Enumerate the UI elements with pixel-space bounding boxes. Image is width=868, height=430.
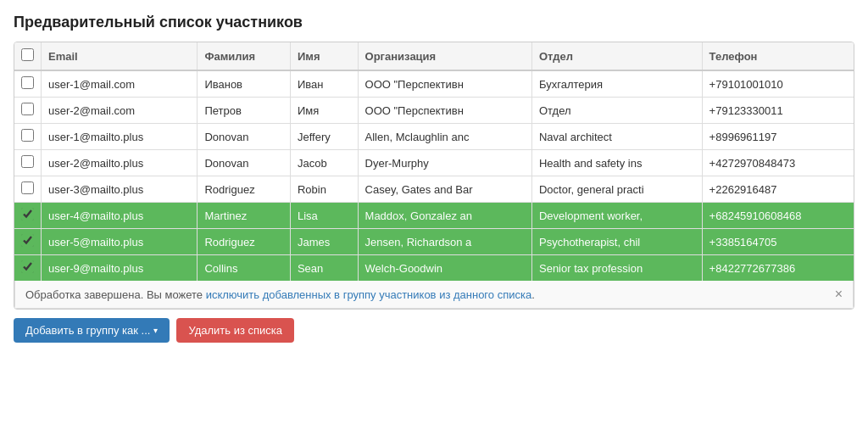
header-checkbox-col <box>14 42 42 70</box>
notification-close-button[interactable]: × <box>835 288 843 301</box>
row-email: user-4@mailto.plus <box>42 203 198 229</box>
row-checkbox-cell <box>14 150 42 176</box>
dropdown-caret-icon: ▾ <box>153 326 158 335</box>
row-last_name: Donovan <box>198 124 291 150</box>
header-first-name: Имя <box>290 42 358 70</box>
row-checkbox-cell <box>14 255 42 282</box>
table-body: user-1@mail.comИвановИванООО "Перспектив… <box>14 70 854 281</box>
select-all-checkbox[interactable] <box>21 48 34 61</box>
notification-bar: Обработка завершена. Вы можете исключить… <box>14 281 854 309</box>
row-checkbox-cell <box>14 176 42 203</box>
row-department: Бухгалтерия <box>531 70 702 98</box>
row-checkbox-cell <box>14 98 42 124</box>
row-phone: +79123330011 <box>702 98 854 124</box>
row-checkbox[interactable] <box>21 234 34 247</box>
table-row: user-5@mailto.plusRodriguezJamesJensen, … <box>14 229 854 255</box>
header-email: Email <box>42 42 198 70</box>
row-last_name: Donovan <box>198 150 291 176</box>
row-organization: Jensen, Richardson a <box>358 229 531 255</box>
table-row: user-4@mailto.plusMartinezLisaMaddox, Go… <box>14 203 854 229</box>
row-organization: Dyer-Murphy <box>358 150 531 176</box>
row-checkbox[interactable] <box>21 155 34 168</box>
action-buttons: Добавить в группу как ... ▾ Удалить из с… <box>14 318 854 343</box>
row-first_name: Имя <box>290 98 358 124</box>
row-first_name: Sean <box>290 255 358 282</box>
header-phone: Телефон <box>702 42 854 70</box>
header-organization: Организация <box>358 42 531 70</box>
row-last_name: Rodriguez <box>198 229 291 255</box>
row-department: Naval architect <box>531 124 702 150</box>
row-first_name: Robin <box>290 176 358 203</box>
table-row: user-1@mail.comИвановИванООО "Перспектив… <box>14 70 854 98</box>
row-department: Doctor, general practi <box>531 176 702 203</box>
row-department: Development worker, <box>531 203 702 229</box>
row-email: user-1@mailto.plus <box>42 124 198 150</box>
row-department: Отдел <box>531 98 702 124</box>
participants-table-container: Email Фамилия Имя Организация Отдел Теле… <box>14 42 854 310</box>
row-first_name: Jacob <box>290 150 358 176</box>
row-organization: ООО "Перспективн <box>358 70 531 98</box>
row-phone: +3385164705 <box>702 229 854 255</box>
participants-table: Email Фамилия Имя Организация Отдел Теле… <box>14 42 854 281</box>
table-row: user-2@mailto.plusDonovanJacobDyer-Murph… <box>14 150 854 176</box>
row-first_name: Lisa <box>290 203 358 229</box>
page-title: Предварительный список участников <box>14 14 854 31</box>
row-organization: Maddox, Gonzalez an <box>358 203 531 229</box>
row-first_name: James <box>290 229 358 255</box>
delete-from-list-button[interactable]: Удалить из списка <box>176 318 294 343</box>
add-to-group-button[interactable]: Добавить в группу как ... ▾ <box>14 318 170 343</box>
row-last_name: Петров <box>198 98 291 124</box>
row-checkbox[interactable] <box>21 208 34 221</box>
row-checkbox[interactable] <box>21 103 34 115</box>
row-email: user-9@mailto.plus <box>42 255 198 282</box>
notification-text: Обработка завершена. Вы можете исключить… <box>25 288 535 301</box>
table-header-row: Email Фамилия Имя Организация Отдел Теле… <box>14 42 854 70</box>
table-row: user-1@mailto.plusDonovanJefferyAllen, M… <box>14 124 854 150</box>
row-phone: +2262916487 <box>702 176 854 203</box>
row-last_name: Martinez <box>198 203 291 229</box>
row-organization: ООО "Перспективн <box>358 98 531 124</box>
row-first_name: Jeffery <box>290 124 358 150</box>
row-phone: +8996961197 <box>702 124 854 150</box>
row-last_name: Rodriguez <box>198 176 291 203</box>
header-department: Отдел <box>531 42 702 70</box>
row-checkbox-cell <box>14 229 42 255</box>
row-checkbox-cell <box>14 124 42 150</box>
row-email: user-2@mail.com <box>42 98 198 124</box>
row-checkbox-cell <box>14 203 42 229</box>
add-to-group-label: Добавить в группу как ... <box>25 324 150 337</box>
row-email: user-1@mail.com <box>42 70 198 98</box>
row-checkbox[interactable] <box>21 76 34 89</box>
row-department: Senior tax profession <box>531 255 702 282</box>
row-email: user-2@mailto.plus <box>42 150 198 176</box>
notification-link[interactable]: исключить добавленных в группу участнико… <box>206 288 532 301</box>
row-first_name: Иван <box>290 70 358 98</box>
row-checkbox[interactable] <box>21 260 34 273</box>
row-email: user-5@mailto.plus <box>42 229 198 255</box>
row-last_name: Иванов <box>198 70 291 98</box>
row-organization: Casey, Gates and Bar <box>358 176 531 203</box>
row-checkbox[interactable] <box>21 129 34 142</box>
row-phone: +4272970848473 <box>702 150 854 176</box>
row-checkbox[interactable] <box>21 181 34 194</box>
table-row: user-2@mail.comПетровИмяООО "Перспективн… <box>14 98 854 124</box>
row-department: Health and safety ins <box>531 150 702 176</box>
row-department: Psychotherapist, chil <box>531 229 702 255</box>
row-phone: +79101001010 <box>702 70 854 98</box>
row-organization: Welch-Goodwin <box>358 255 531 282</box>
table-row: user-9@mailto.plusCollinsSeanWelch-Goodw… <box>14 255 854 282</box>
header-last-name: Фамилия <box>198 42 291 70</box>
table-row: user-3@mailto.plusRodriguezRobinCasey, G… <box>14 176 854 203</box>
row-organization: Allen, Mclaughlin anc <box>358 124 531 150</box>
row-phone: +8422772677386 <box>702 255 854 282</box>
row-phone: +68245910608468 <box>702 203 854 229</box>
row-checkbox-cell <box>14 70 42 98</box>
row-last_name: Collins <box>198 255 291 282</box>
row-email: user-3@mailto.plus <box>42 176 198 203</box>
